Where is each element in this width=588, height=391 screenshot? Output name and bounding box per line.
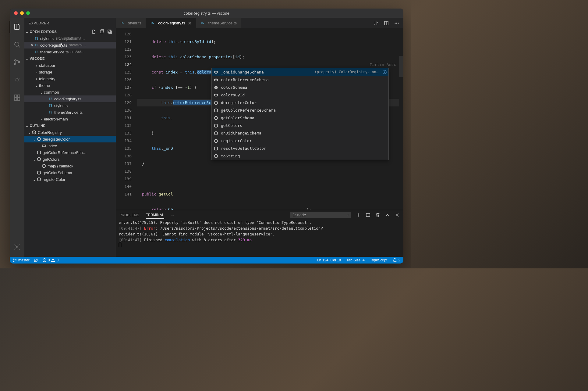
folder-item[interactable]: ⌄theme — [24, 82, 116, 89]
open-editor-item[interactable]: TS styler.ts src/vs/platform/t… — [24, 35, 116, 42]
editor-tab[interactable]: TS styler.ts — [116, 18, 146, 28]
folder-item[interactable]: ›storage — [24, 69, 116, 75]
outline-item[interactable]: getColorSchema — [24, 169, 116, 176]
suggest-item[interactable]: onDidChangeSchema — [212, 129, 388, 137]
terminal-tab[interactable]: TERMINAL — [146, 211, 164, 219]
method-symbol-icon — [37, 170, 41, 175]
method-symbol-icon — [37, 157, 41, 162]
code-editor[interactable]: delete this.colorsById[id]; delete this.… — [137, 28, 399, 210]
extensions-icon[interactable] — [10, 91, 24, 104]
suggest-item[interactable]: resolveDefaultColor — [212, 145, 388, 152]
suggest-item[interactable]: _onDidChangeSchema(property) ColorRegist… — [212, 68, 388, 76]
save-all-icon[interactable] — [99, 29, 104, 34]
suggest-item[interactable]: colorSchema — [212, 84, 388, 91]
sync-changes-status[interactable] — [34, 258, 38, 262]
typescript-icon: TS — [35, 37, 38, 40]
outline-item[interactable]: ⌄deregisterColor — [24, 136, 116, 142]
method-symbol-icon — [41, 163, 46, 168]
suggest-item[interactable]: getColors — [212, 122, 388, 129]
panel-tab-bar: PROBLEMS TERMINAL ··· 1: node — [116, 210, 403, 220]
new-file-icon[interactable] — [91, 29, 96, 34]
more-panel-tabs-icon[interactable]: ··· — [171, 213, 174, 217]
file-item[interactable]: TScolorRegistry.ts — [24, 95, 116, 102]
maximize-panel-icon[interactable] — [385, 213, 390, 217]
indentation-status[interactable]: Tab Size: 4 — [346, 258, 364, 262]
close-icon[interactable]: ✕ — [29, 43, 35, 48]
terminal-selector[interactable]: 1: node — [290, 212, 351, 218]
terminal-output[interactable]: erver.ts(475,15): Property 'isBuilt' doe… — [116, 220, 403, 257]
outline-item[interactable]: map() callback — [24, 163, 116, 169]
file-item[interactable]: TSstyler.ts — [24, 102, 116, 109]
field-suggest-icon — [214, 77, 218, 82]
explorer-icon[interactable] — [10, 21, 24, 33]
svg-rect-7 — [17, 98, 20, 100]
editor-tab[interactable]: TS colorRegistry.ts ✕ — [146, 18, 196, 28]
debug-icon[interactable] — [10, 74, 24, 86]
language-mode-status[interactable]: TypeScript — [370, 258, 388, 262]
search-icon[interactable] — [10, 38, 24, 51]
close-window-button[interactable] — [14, 11, 18, 15]
cursor-position-status[interactable]: Ln 124, Col 18 — [317, 258, 341, 262]
typescript-icon: TS — [35, 44, 38, 47]
problems-tab[interactable]: PROBLEMS — [119, 211, 139, 219]
close-all-icon[interactable] — [107, 29, 112, 34]
traffic-lights — [10, 11, 30, 15]
folder-item[interactable]: ›statusbar — [24, 62, 116, 69]
source-control-icon[interactable] — [10, 56, 24, 68]
suggest-item[interactable]: registerColor — [212, 137, 388, 145]
method-suggest-icon — [214, 131, 218, 136]
svg-rect-11 — [108, 30, 111, 33]
more-actions-icon[interactable] — [394, 21, 399, 26]
info-icon[interactable]: ⓘ — [383, 68, 387, 76]
outline-item[interactable]: ⌄registerColor — [24, 176, 116, 183]
open-editor-item[interactable]: TS themeService.ts src/vs/… — [24, 48, 116, 55]
outline-item[interactable]: index — [24, 142, 116, 149]
editor-group: TS styler.ts TS colorRegistry.ts ✕ TS th… — [116, 18, 403, 257]
svg-point-9 — [16, 246, 18, 248]
split-editor-icon[interactable] — [384, 21, 389, 26]
field-suggest-icon — [214, 70, 218, 75]
suggest-item[interactable]: deregisterColor — [212, 99, 388, 106]
git-branch-status[interactable]: master — [13, 258, 30, 262]
settings-gear-icon[interactable] — [10, 241, 24, 253]
editor-body[interactable]: 1201211221231241251261271281291301311321… — [116, 28, 403, 210]
outline-item[interactable]: ⌄getColors — [24, 156, 116, 163]
status-bar: master 0 0 Ln 124, Col 18 Tab Size: 4 Ty… — [10, 257, 403, 264]
outline-item[interactable]: getColorReferenceSch… — [24, 149, 116, 156]
outline-header[interactable]: ⌄ OUTLINE — [24, 122, 116, 129]
titlebar[interactable]: colorRegistry.ts — vscode — [10, 9, 403, 18]
notifications-status[interactable]: 2 — [393, 258, 400, 262]
open-editor-item[interactable]: ✕ TS colorRegistry.ts src/vs/pl… — [24, 42, 116, 48]
workspace-header[interactable]: ⌄ VSCODE — [24, 55, 116, 62]
suggest-item[interactable]: toString — [212, 152, 388, 160]
close-tab-icon[interactable]: ✕ — [188, 20, 192, 26]
problems-status[interactable]: 0 0 — [42, 258, 58, 262]
kill-terminal-icon[interactable] — [375, 213, 380, 217]
new-terminal-icon[interactable] — [356, 213, 361, 217]
field-suggest-icon — [214, 93, 218, 98]
git-blame-annotation: Martin Aesc — [370, 61, 396, 68]
suggest-item[interactable]: getColorReferenceSchema — [212, 106, 388, 114]
minimap[interactable] — [399, 28, 403, 210]
compare-changes-icon[interactable] — [374, 21, 378, 26]
outline-item[interactable]: ⌄ColorRegistry — [24, 129, 116, 136]
folder-item[interactable]: ⌄common — [24, 89, 116, 95]
minimize-window-button[interactable] — [20, 11, 24, 15]
suggest-item[interactable]: getColorSchema — [212, 114, 388, 122]
method-symbol-icon — [37, 150, 41, 155]
suggest-item[interactable]: colorsById — [212, 91, 388, 99]
minimap-thumb[interactable] — [399, 56, 403, 77]
folder-item[interactable]: ›electron-main — [24, 116, 116, 122]
window-title: colorRegistry.ts — vscode — [10, 11, 403, 16]
editor-tab[interactable]: TS themeService.ts — [196, 18, 241, 28]
chevron-down-icon: ⌄ — [26, 30, 29, 34]
suggest-item[interactable]: colorReferenceSchema — [212, 76, 388, 84]
maximize-window-button[interactable] — [26, 11, 30, 15]
intellisense-suggest-widget[interactable]: _onDidChangeSchema(property) ColorRegist… — [211, 68, 389, 160]
split-terminal-icon[interactable] — [366, 213, 370, 217]
close-panel-icon[interactable] — [395, 213, 400, 217]
open-editors-header[interactable]: ⌄ OPEN EDITORS — [24, 28, 116, 35]
folder-item[interactable]: ›telemetry — [24, 75, 116, 82]
file-item[interactable]: TSthemeService.ts — [24, 109, 116, 116]
class-symbol-icon — [32, 130, 37, 135]
